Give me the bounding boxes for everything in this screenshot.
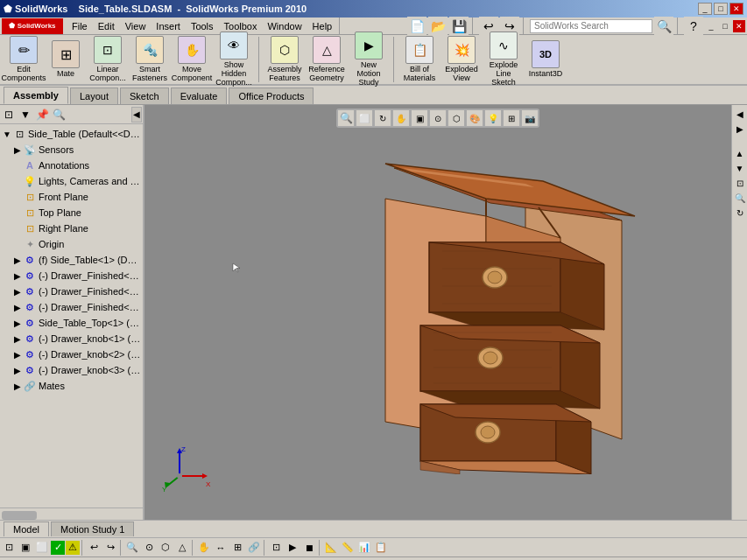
bt-btn-11[interactable]: △ xyxy=(174,540,190,556)
bt-btn-16[interactable]: ⊡ xyxy=(268,540,284,556)
bill-of-materials-btn[interactable]: 📋 Bill ofMaterials xyxy=(399,33,440,86)
tree-exp-drawer2[interactable]: ▶ xyxy=(12,286,23,297)
bt-btn-15[interactable]: 🔗 xyxy=(246,540,262,556)
tab-assembly[interactable]: Assembly xyxy=(4,87,68,104)
tree-exp-knob3[interactable]: ▶ xyxy=(12,365,23,375)
bt-btn-6[interactable]: ↩ xyxy=(86,540,102,556)
rt-btn-6[interactable]: 🔍 xyxy=(733,191,747,205)
tree-sensors[interactable]: ▶ 📡 Sensors xyxy=(11,142,143,158)
bt-btn-8[interactable]: 🔍 xyxy=(124,540,140,556)
tree-exp-table-top[interactable]: ▶ xyxy=(12,318,23,328)
bt-btn-7[interactable]: ↪ xyxy=(102,540,118,556)
search-input[interactable] xyxy=(530,19,652,33)
bt-btn-20[interactable]: 📏 xyxy=(340,540,356,556)
rt-btn-4[interactable]: ▼ xyxy=(733,161,747,175)
bt-btn-5[interactable]: ⚠ xyxy=(66,541,80,555)
tree-exp-side-table1[interactable]: ▶ xyxy=(12,255,23,265)
tree-root[interactable]: ▼ ⊡ Side_Table (Default<<Default>_Ap xyxy=(0,126,143,142)
tree-origin[interactable]: ✦ Origin xyxy=(11,236,143,252)
tree-expander-root[interactable]: ▼ xyxy=(2,129,12,139)
bt-btn-13[interactable]: ↔ xyxy=(213,540,229,556)
bt-btn-22[interactable]: 📋 xyxy=(373,540,389,556)
menu-edit[interactable]: Edit xyxy=(93,19,120,33)
bt-btn-18[interactable]: ⏹ xyxy=(301,540,317,556)
tree-mates[interactable]: ▶ 🔗 Mates xyxy=(11,378,143,394)
tree-exp-origin[interactable] xyxy=(12,239,23,249)
tree-exp-right-plane[interactable] xyxy=(12,223,23,234)
vp-shaded-btn[interactable]: ⬡ xyxy=(447,109,465,127)
rt-btn-2[interactable]: ▶ xyxy=(733,122,747,136)
exploded-view-btn[interactable]: 💥 ExplodedView xyxy=(441,33,482,86)
bt-btn-4[interactable]: ✓ xyxy=(51,541,65,555)
bt-btn-12[interactable]: ✋ xyxy=(196,540,212,556)
tree-front-plane[interactable]: ⊡ Front Plane xyxy=(11,189,143,205)
tree-drawer3[interactable]: ▶ ⚙ (-) Drawer_Finished<3> (Defau xyxy=(11,299,143,315)
tree-side-table1[interactable]: ▶ ⚙ (f) Side_Table<1> (Default<As xyxy=(11,252,143,268)
minimize-button[interactable]: _ xyxy=(698,3,712,15)
tab-evaluate[interactable]: Evaluate xyxy=(171,88,228,104)
tab-sketch[interactable]: Sketch xyxy=(120,88,169,104)
tree-knob1[interactable]: ▶ ⚙ (-) Drawer_knob<1> (Default< xyxy=(11,331,143,346)
tree-exp-knob2[interactable]: ▶ xyxy=(12,349,23,360)
instant3d-btn[interactable]: 3D Instant3D xyxy=(525,38,566,81)
tab-office-products[interactable]: Office Products xyxy=(229,88,314,104)
menu-view[interactable]: View xyxy=(120,19,152,33)
rt-btn-1[interactable]: ◀ xyxy=(733,107,747,121)
bt-btn-14[interactable]: ⊞ xyxy=(229,540,245,556)
viewport[interactable]: 🔍 ⬜ ↻ ✋ ▣ ⊙ ⬡ 🎨 💡 ⊞ 📷 xyxy=(144,105,731,520)
tree-lights[interactable]: 💡 Lights, Cameras and Scene xyxy=(11,173,143,189)
tree-top-plane[interactable]: ⊡ Top Plane xyxy=(11,205,143,220)
tree-knob2[interactable]: ▶ ⚙ (-) Drawer_knob<2> (Default< xyxy=(11,346,143,362)
panel-btn-4[interactable]: 🔍 xyxy=(51,107,67,122)
menu-file[interactable]: File xyxy=(67,19,93,33)
menu-insert[interactable]: Insert xyxy=(151,19,186,33)
vp-rotate-btn[interactable]: ↻ xyxy=(374,109,391,127)
menu-help[interactable]: Help xyxy=(307,19,338,33)
window-controls-max[interactable]: □ xyxy=(719,20,731,32)
move-component-btn[interactable]: ✋ MoveComponent xyxy=(172,33,212,86)
window-controls-min[interactable]: _ xyxy=(705,20,717,32)
edit-components-btn[interactable]: ✏ EditComponents xyxy=(4,33,44,86)
panel-btn-3[interactable]: 📌 xyxy=(34,107,50,122)
rt-btn-7[interactable]: ↻ xyxy=(733,206,747,220)
tree-drawer1[interactable]: ▶ ⚙ (-) Drawer_Finished<1> (Defau xyxy=(11,268,143,284)
tree-knob3[interactable]: ▶ ⚙ (-) Drawer_knob<3> (Default< xyxy=(11,362,143,378)
vp-appearance-btn[interactable]: 🎨 xyxy=(466,109,483,127)
tree-exp-front-plane[interactable] xyxy=(12,192,23,202)
assembly-features-btn[interactable]: ⬡ AssemblyFeatures xyxy=(264,33,305,86)
bt-btn-2[interactable]: ▣ xyxy=(18,540,33,556)
panel-horizontal-scrollbar[interactable] xyxy=(0,508,143,520)
new-motion-study-btn[interactable]: ▶ NewMotionStudy xyxy=(349,29,389,90)
maximize-button[interactable]: □ xyxy=(714,3,728,15)
bt-btn-9[interactable]: ⊙ xyxy=(141,540,157,556)
tree-annotations[interactable]: A Annotations xyxy=(11,158,143,173)
bt-btn-17[interactable]: ▶ xyxy=(285,540,300,556)
tree-exp-drawer3[interactable]: ▶ xyxy=(12,302,23,312)
menu-window[interactable]: Window xyxy=(262,19,307,33)
explode-line-sketch-btn[interactable]: ∿ ExplodeLineSketch xyxy=(483,29,524,90)
tree-exp-mates[interactable]: ▶ xyxy=(12,381,23,391)
bt-btn-3[interactable]: ⬜ xyxy=(34,540,50,556)
tree-exp-sensors[interactable]: ▶ xyxy=(12,144,23,155)
mate-btn[interactable]: ⊞ Mate xyxy=(46,38,86,81)
search-button[interactable]: 🔍 xyxy=(654,17,673,36)
close-button[interactable]: ✕ xyxy=(729,3,743,15)
show-hidden-btn[interactable]: 👁 ShowHiddenCompon... xyxy=(214,29,254,90)
bt-btn-10[interactable]: ⬡ xyxy=(158,540,173,556)
vp-zoom-in-btn[interactable]: 🔍 xyxy=(337,109,355,127)
reference-geometry-btn[interactable]: △ ReferenceGeometry xyxy=(307,33,347,86)
vp-section-view-btn[interactable]: ⊞ xyxy=(503,109,520,127)
vp-view-btn[interactable]: ▣ xyxy=(411,109,428,127)
rt-btn-5[interactable]: ⊡ xyxy=(733,176,747,190)
tree-exp-lights[interactable] xyxy=(12,176,23,186)
tree-exp-knob1[interactable]: ▶ xyxy=(12,333,23,344)
help-button[interactable]: ? xyxy=(684,17,703,36)
window-controls-close[interactable]: ✕ xyxy=(733,20,745,32)
tree-table-top[interactable]: ▶ ⚙ Side_Table_Top<1> (Default< xyxy=(11,315,143,331)
tree-exp-drawer1[interactable]: ▶ xyxy=(12,270,23,281)
vp-pan-btn[interactable]: ✋ xyxy=(392,109,410,127)
bt-btn-1[interactable]: ⊡ xyxy=(1,540,17,556)
tab-layout[interactable]: Layout xyxy=(70,88,118,104)
tree-exp-top-plane[interactable] xyxy=(12,207,23,218)
vp-camera-btn[interactable]: 📷 xyxy=(521,109,539,127)
